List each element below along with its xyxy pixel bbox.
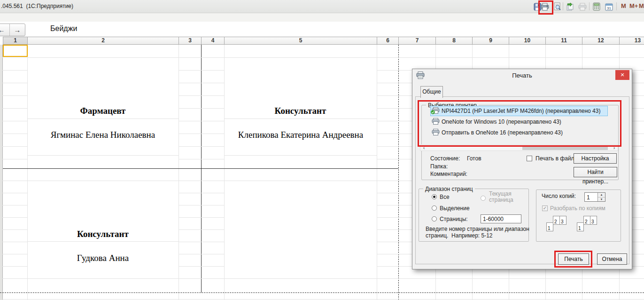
range-current-page-label: Текущая страница bbox=[489, 191, 518, 203]
row-header-tick bbox=[0, 108, 3, 109]
tab-general[interactable]: Общие bbox=[420, 86, 443, 98]
printer-icon bbox=[432, 129, 440, 136]
row-header-tick bbox=[0, 266, 3, 267]
forward-arrow-icon[interactable]: → bbox=[9, 24, 25, 36]
column-header-13[interactable]: 13 bbox=[619, 37, 644, 45]
printer-name: OneNote for Windows 10 (перенаправлено 4… bbox=[442, 118, 561, 125]
gridline bbox=[3, 266, 27, 267]
memory-m-minus-button[interactable]: M- bbox=[639, 2, 644, 9]
status-value: Готов bbox=[467, 155, 481, 162]
copies-spinner[interactable]: 1 ▲▼ bbox=[584, 192, 605, 202]
preferences-button[interactable]: Настройка bbox=[574, 153, 617, 164]
calculator-icon[interactable] bbox=[592, 2, 601, 11]
column-header-7[interactable]: 7 bbox=[398, 37, 436, 45]
active-cell-selection[interactable] bbox=[3, 45, 28, 57]
printer-name: NPI4427D1 (HP LaserJet MFP M426fdn) (пер… bbox=[442, 108, 600, 114]
column-header-11[interactable]: 11 bbox=[545, 37, 582, 45]
gridline bbox=[3, 146, 27, 147]
print-preview-icon[interactable] bbox=[552, 2, 562, 11]
range-pages-radio[interactable] bbox=[432, 216, 437, 221]
badge-name[interactable]: Ягминас Елена Николаевна bbox=[27, 129, 178, 141]
print-icon[interactable] bbox=[540, 2, 550, 11]
column-header-4[interactable]: 4 bbox=[201, 37, 225, 45]
pages-range-input[interactable]: 1-60000 bbox=[481, 214, 521, 223]
update-link-icon[interactable] bbox=[566, 2, 575, 11]
scrollbar-thumb[interactable] bbox=[522, 145, 608, 150]
row-header-tick bbox=[0, 146, 3, 147]
gridline bbox=[224, 118, 377, 119]
range-all-radio[interactable] bbox=[432, 194, 437, 199]
badge-title[interactable]: Консультант bbox=[27, 228, 178, 241]
row-header-tick bbox=[0, 254, 3, 254]
print-to-file-checkbox[interactable] bbox=[527, 156, 532, 161]
comment-label: Комментарий: bbox=[430, 171, 467, 177]
gridline bbox=[27, 118, 178, 119]
close-icon[interactable]: ✕ bbox=[615, 70, 629, 80]
print-button[interactable]: Печать bbox=[558, 253, 589, 265]
printer-list-item[interactable]: OneNote for Windows 10 (перенаправлено 4… bbox=[430, 117, 608, 127]
row-header-tick bbox=[0, 57, 3, 58]
row-header-tick bbox=[0, 205, 3, 205]
gridline bbox=[27, 181, 178, 181]
collate-icon: 3 2 1 bbox=[546, 216, 571, 238]
range-selection-radio[interactable] bbox=[432, 205, 437, 211]
column-header-6[interactable]: 6 bbox=[377, 37, 399, 45]
badge-name[interactable]: Гудкова Анна bbox=[27, 252, 178, 264]
column-header-2[interactable]: 2 bbox=[27, 37, 179, 45]
column-header-5[interactable]: 5 bbox=[224, 37, 377, 45]
printer-list-scrollbar[interactable]: ‹ › bbox=[420, 144, 618, 151]
column-header-12[interactable]: 12 bbox=[582, 37, 620, 45]
gridline bbox=[3, 254, 27, 254]
gridline bbox=[178, 254, 224, 254]
row-header-tick bbox=[0, 83, 3, 83]
gridline bbox=[3, 299, 644, 300]
gridline bbox=[178, 242, 224, 242]
column-header-9[interactable]: 9 bbox=[472, 37, 509, 45]
row-header-tick bbox=[0, 229, 3, 230]
toolbar-separator bbox=[563, 2, 563, 10]
print-dialog-titlebar[interactable]: Печать ✕ bbox=[412, 69, 632, 81]
find-printer-button[interactable]: Найти принтер... bbox=[574, 167, 617, 177]
gridline bbox=[224, 45, 225, 300]
spinner-buttons[interactable]: ▲▼ bbox=[597, 193, 605, 201]
gridline bbox=[3, 229, 27, 230]
application-window: .045.561 (1С:Предприятие) 31 M M+ M- bbox=[0, 0, 644, 300]
row-header-tick bbox=[0, 299, 3, 300]
print-to-file-label: Печать в файл bbox=[535, 155, 574, 162]
spin-up-icon: ▲ bbox=[598, 193, 605, 197]
toolbar-strip bbox=[0, 13, 644, 22]
column-header-8[interactable]: 8 bbox=[435, 37, 473, 45]
column-header-1[interactable]: 1 bbox=[3, 37, 28, 45]
memory-m-button[interactable]: M bbox=[621, 2, 626, 9]
column-header-3[interactable]: 3 bbox=[178, 37, 202, 45]
badge-title[interactable]: Консультант bbox=[224, 104, 377, 118]
badge-title[interactable]: Фармацевт bbox=[27, 104, 178, 118]
printer-list-item[interactable]: Отправить в OneNote 16 (перенаправлено 4… bbox=[430, 127, 608, 138]
row-header-tick bbox=[0, 70, 3, 71]
scroll-left-icon[interactable]: ‹ bbox=[420, 145, 427, 150]
window-title: .045.561 (1С:Предприятие) bbox=[1, 3, 73, 9]
badge-name[interactable]: Клепикова Екатерина Андреевна bbox=[235, 129, 366, 141]
column-header-10[interactable]: 10 bbox=[509, 37, 546, 45]
gridline bbox=[178, 83, 224, 83]
gridline bbox=[178, 181, 224, 181]
page-break-horizontal bbox=[0, 292, 644, 293]
status-label: Состояние: bbox=[430, 155, 460, 162]
printer-list-item-selected[interactable]: NPI4427D1 (HP LaserJet MFP M426fdn) (пер… bbox=[430, 106, 608, 116]
gridline bbox=[3, 134, 27, 134]
collate-icon: 3 2 1 bbox=[577, 216, 601, 238]
gridline bbox=[178, 229, 224, 230]
row-header-tick bbox=[0, 121, 3, 121]
sheet-caption: Бейджи bbox=[50, 24, 77, 33]
gridline bbox=[3, 278, 644, 279]
calendar-icon[interactable]: 31 bbox=[604, 2, 613, 11]
gridline bbox=[3, 242, 27, 242]
memory-m-plus-button[interactable]: M+ bbox=[629, 2, 638, 9]
nav-button-group: ← → bbox=[0, 24, 25, 36]
range-all-label: Все bbox=[440, 194, 450, 200]
scroll-right-icon[interactable]: › bbox=[611, 145, 618, 150]
cancel-button[interactable]: Отмена bbox=[597, 253, 627, 265]
back-arrow-icon[interactable]: ← bbox=[0, 24, 9, 36]
row-header-tick bbox=[0, 95, 3, 96]
folder-label: Папка: bbox=[430, 163, 448, 170]
